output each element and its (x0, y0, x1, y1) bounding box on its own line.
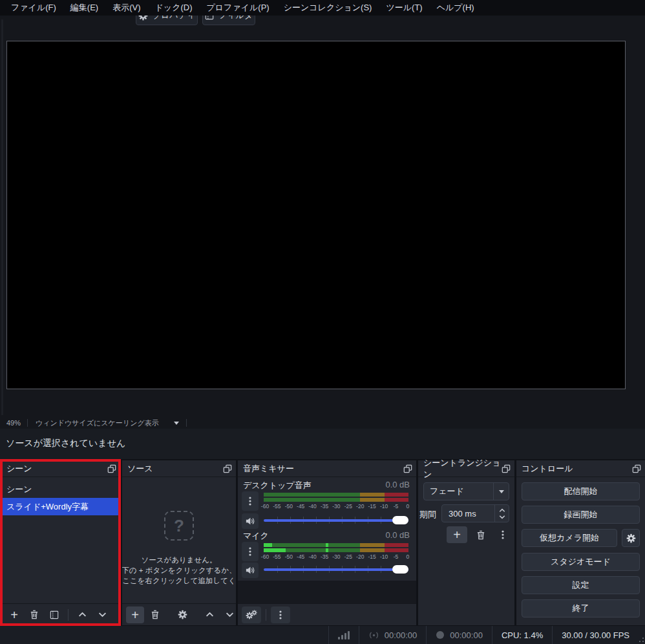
scenes-dock: シーン シーン スライド+Wordly字幕 + (1, 460, 120, 625)
menu-file[interactable]: ファイル(F) (4, 0, 63, 16)
sources-dock: ソース ? ソースがありません。 下の + ボタンをクリックするか、 はここを右… (122, 460, 236, 625)
controls-dock-title: コントロール (516, 460, 645, 477)
combo-arrow-section[interactable] (493, 483, 509, 500)
record-time: 00:00:00 (450, 630, 483, 640)
move-source-down-button[interactable] (220, 606, 238, 623)
transition-properties-button[interactable] (494, 526, 511, 543)
studio-mode-button[interactable]: スタジオモード (522, 553, 640, 571)
chevron-down-icon[interactable] (499, 515, 505, 519)
menu-docks[interactable]: ドック(D) (148, 0, 200, 16)
mic-label: マイク (243, 530, 269, 542)
scene-filters-button[interactable] (45, 606, 63, 623)
virtual-camera-config-button[interactable] (622, 529, 640, 547)
sources-empty-state[interactable]: ? ソースがありません。 下の + ボタンをクリックするか、 はここを右クリック… (122, 477, 236, 603)
trash-icon (476, 530, 485, 540)
transition-select[interactable]: フェード (423, 482, 509, 500)
divider (186, 419, 187, 427)
mic-menu-button[interactable] (242, 542, 259, 561)
scaling-dropdown-button[interactable] (167, 418, 186, 428)
mic-meter (264, 543, 408, 553)
empty-sources-line2: 下の + ボタンをクリックするか、 (122, 565, 236, 575)
menu-view[interactable]: 表示(V) (105, 0, 147, 16)
menu-help[interactable]: ヘルプ(H) (430, 0, 481, 16)
transitions-title-label: シーントランジション (423, 457, 502, 480)
settings-button[interactable]: 設定 (522, 576, 640, 594)
desktop-audio-volume-slider[interactable] (264, 515, 408, 525)
kebab-menu-icon (502, 530, 504, 539)
desktop-audio-db: 0.0 dB (385, 480, 410, 489)
start-virtual-camera-button[interactable]: 仮想カメラ開始 (522, 529, 617, 547)
spin-arrows (494, 505, 509, 522)
plus-icon: + (131, 608, 139, 621)
question-mark-icon: ? (164, 511, 194, 541)
add-scene-button[interactable]: + (5, 606, 23, 623)
start-streaming-button[interactable]: 配信開始 (522, 482, 640, 500)
audio-mixer-dock: 音声ミキサー デスクトップ音声 0.0 dB -60-55-50-45-40-3… (238, 460, 416, 625)
remove-source-button[interactable] (146, 606, 164, 623)
scenes-dock-title: シーン (1, 460, 120, 477)
move-scene-down-button[interactable] (93, 606, 111, 623)
advanced-audio-button[interactable] (242, 606, 261, 623)
source-properties-button[interactable] (173, 606, 191, 623)
divider (266, 609, 266, 621)
scene-item-selected[interactable]: スライド+Wordly字幕 (1, 498, 120, 515)
speaker-icon (245, 517, 255, 526)
mic-volume-slider[interactable] (264, 564, 408, 574)
slider-track[interactable] (264, 519, 408, 522)
preview-scale-bar: 49% ウィンドウサイズにスケーリング表示 (0, 417, 645, 429)
plus-icon: + (453, 528, 461, 541)
slider-handle[interactable] (392, 565, 408, 574)
move-scene-up-button[interactable] (73, 606, 91, 623)
desktop-audio-mute-button[interactable] (242, 513, 259, 529)
slider-track[interactable] (264, 568, 408, 571)
fps-status: 30.00 / 30.00 FPS (553, 626, 639, 644)
signal-bars-icon (338, 630, 350, 639)
mixer-empty-area (238, 581, 416, 603)
sources-dock-title: ソース (122, 460, 236, 477)
chevron-down-icon (98, 612, 107, 617)
scenes-toolbar: + (1, 603, 120, 625)
remove-scene-button[interactable] (25, 606, 43, 623)
preview-canvas[interactable] (6, 41, 626, 389)
transitions-dock-title: シーントランジション (418, 460, 514, 477)
popout-icon (502, 464, 511, 473)
double-gear-icon (246, 610, 257, 620)
exit-button[interactable]: 終了 (522, 599, 640, 617)
zoom-percent: 49% (0, 419, 27, 427)
mixer-menu-button[interactable] (271, 606, 290, 623)
slider-handle[interactable] (392, 516, 408, 524)
obs-main-window: ファイル(F) 編集(E) 表示(V) ドック(D) プロファイル(P) シーン… (0, 0, 645, 644)
menu-scene-collection[interactable]: シーンコレクション(S) (277, 0, 379, 16)
trash-icon (151, 610, 160, 619)
chevron-down-icon (174, 422, 179, 427)
kebab-menu-icon (249, 547, 251, 556)
chevron-up-icon[interactable] (499, 508, 505, 513)
dock-splitter[interactable] (1, 19, 3, 415)
preview-region (0, 16, 645, 417)
mic-mute-button[interactable] (242, 563, 259, 578)
remove-transition-button[interactable] (472, 526, 489, 543)
add-transition-button[interactable]: + (447, 526, 467, 543)
move-source-up-button[interactable] (200, 606, 218, 623)
menu-tools[interactable]: ツール(T) (379, 0, 429, 16)
scaling-mode-label: ウィンドウサイズにスケーリング表示 (28, 418, 167, 428)
record-time-status: 00:00:00 (427, 626, 492, 644)
resize-grip[interactable] (639, 626, 645, 644)
start-recording-button[interactable]: 録画開始 (522, 506, 640, 524)
gear-icon (626, 533, 636, 543)
menu-profile[interactable]: プロファイル(P) (199, 0, 276, 16)
mic-meter-scale: -60-55-50-45-40-35-30-25-20-15-10-50 (260, 553, 413, 560)
desktop-audio-label: デスクトップ音声 (243, 480, 312, 491)
connection-status (329, 626, 359, 644)
add-source-button[interactable]: + (126, 606, 144, 623)
filter-icon (50, 610, 59, 619)
desktop-audio-menu-button[interactable] (242, 491, 259, 511)
plus-icon: + (10, 608, 18, 621)
chevron-down-icon (226, 612, 234, 617)
empty-sources-line3: はここを右クリックして追加してくだ (122, 575, 236, 586)
desktop-audio-meter (264, 493, 408, 503)
duration-spinbox[interactable]: 300 ms (441, 504, 509, 522)
scene-item[interactable]: シーン (1, 480, 120, 498)
menu-edit[interactable]: 編集(E) (63, 0, 105, 16)
divider (68, 609, 69, 621)
